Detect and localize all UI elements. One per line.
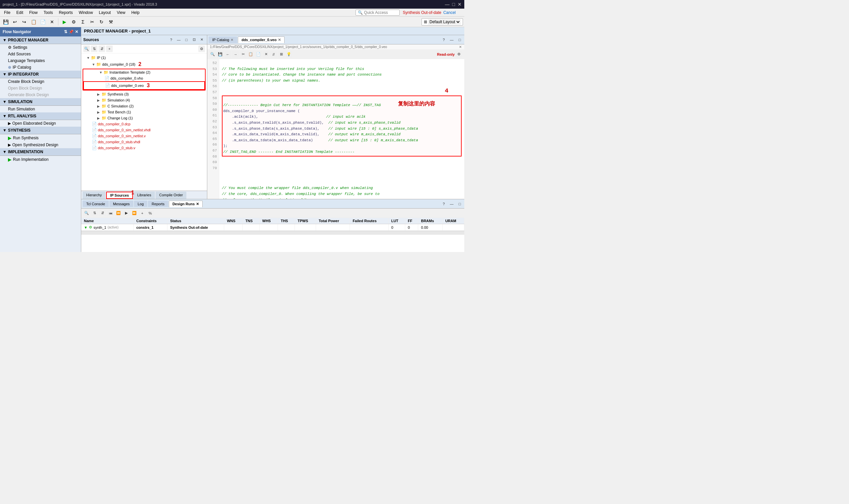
- tree-item-sim-netlist-v[interactable]: 📄 dds_compiler_0_sim_netlist.v: [81, 133, 207, 139]
- redo-button[interactable]: ↪: [20, 18, 29, 26]
- nav-section-synthesis-header[interactable]: ▼ SYNTHESIS: [0, 127, 81, 134]
- sources-search-btn[interactable]: 🔍: [83, 46, 90, 52]
- bottom-tab-messages[interactable]: Messages: [109, 201, 133, 207]
- nav-item-language-templates[interactable]: Language Templates: [0, 57, 81, 64]
- layout-select-box[interactable]: ⊞ Default Layout: [421, 18, 463, 25]
- editor-block-btn[interactable]: ⊞: [278, 51, 285, 58]
- tools2-button[interactable]: ⚒: [106, 18, 115, 26]
- bottom-tab-reports[interactable]: Reports: [148, 201, 168, 207]
- nav-item-add-sources[interactable]: Add Sources: [0, 51, 81, 57]
- editor-light-btn[interactable]: 💡: [286, 51, 292, 58]
- dr-add-btn[interactable]: +: [139, 210, 146, 217]
- editor-tab-ip-catalog-close[interactable]: ✕: [231, 38, 234, 42]
- bottom-help-btn[interactable]: ?: [440, 201, 447, 207]
- editor-copy-btn[interactable]: 📋: [248, 51, 254, 58]
- window-controls[interactable]: — □ ✕: [445, 2, 462, 7]
- editor-comment-btn[interactable]: //: [270, 51, 277, 58]
- cut-button[interactable]: ✂: [88, 18, 96, 26]
- menu-file[interactable]: File: [1, 10, 13, 16]
- tree-item-csimulation[interactable]: ▶ 📁 C Simulation (2): [81, 103, 207, 109]
- editor-tab-ip-catalog[interactable]: IP Catalog ✕: [209, 36, 237, 43]
- tree-item-veo[interactable]: 📄 dds_compiler_0.veo 3: [83, 81, 205, 90]
- menu-view[interactable]: View: [114, 10, 128, 16]
- code-content[interactable]: // The following must be inserted into y…: [219, 59, 464, 199]
- tree-item-vho[interactable]: 📄 dds_compiler_0.vho: [83, 75, 205, 81]
- menu-edit[interactable]: Edit: [14, 10, 26, 16]
- dr-prev-btn[interactable]: ⏪: [115, 210, 122, 217]
- editor-help-btn[interactable]: ?: [440, 36, 447, 43]
- nav-pin-icon[interactable]: 📌: [69, 30, 74, 34]
- nav-section-ip-integrator-header[interactable]: ▼ IP INTEGRATOR: [0, 71, 81, 78]
- copy-button[interactable]: 📋: [29, 18, 38, 26]
- menu-help[interactable]: Help: [129, 10, 142, 16]
- menu-flow[interactable]: Flow: [26, 10, 40, 16]
- horizontal-scrollbar[interactable]: [81, 231, 464, 235]
- editor-cut-btn[interactable]: ✂: [240, 51, 247, 58]
- nav-item-open-synthesized[interactable]: ▶ Open Synthesized Design: [0, 142, 81, 148]
- tree-item-dds-compiler[interactable]: ▼ 📁 dds_compiler_0 (18) 2: [81, 61, 207, 68]
- sources-tab-ip-sources[interactable]: IP Sources 1: [106, 192, 133, 199]
- table-row[interactable]: ▼ ⚙ synth_1 (active) constrs_1 Synthesis…: [81, 224, 464, 231]
- tree-item-stub-v[interactable]: 📄 dds_compiler_0_stub.v: [81, 145, 207, 151]
- sources-settings-btn[interactable]: ⚙: [198, 46, 205, 52]
- nav-item-open-elaborated[interactable]: ▶ Open Elaborated Design: [0, 120, 81, 127]
- undo-button[interactable]: ↩: [11, 18, 19, 26]
- editor-search-btn[interactable]: 🔍: [209, 51, 216, 58]
- sum-button[interactable]: Σ: [78, 18, 87, 26]
- sources-expand-btn[interactable]: ⊡: [191, 36, 197, 43]
- sources-tab-compile-order[interactable]: Compile Order: [156, 192, 187, 199]
- dr-expand-btn[interactable]: ⇵: [99, 210, 106, 217]
- tree-item-stub-vhdl[interactable]: 📄 dds_compiler_0_stub.vhdl: [81, 139, 207, 145]
- nav-section-project-manager-header[interactable]: ▼ PROJECT MANAGER: [0, 36, 81, 44]
- tree-item-ip[interactable]: ▼ 📁 IP (1): [81, 55, 207, 61]
- bottom-minimize-btn[interactable]: —: [448, 201, 455, 207]
- editor-maximize-btn[interactable]: □: [456, 36, 463, 43]
- sources-expand-all-btn[interactable]: ⇵: [98, 46, 105, 52]
- run-button[interactable]: ▶: [60, 18, 69, 26]
- editor-settings-btn[interactable]: ⚙: [456, 51, 462, 58]
- nav-item-create-block-design[interactable]: Create Block Design: [0, 78, 81, 85]
- editor-save-btn[interactable]: 💾: [217, 51, 223, 58]
- sources-add-btn[interactable]: +: [106, 46, 113, 52]
- dr-percent-btn[interactable]: %: [147, 210, 153, 217]
- delete-button[interactable]: ✕: [48, 18, 56, 26]
- dr-run-btn[interactable]: ▶: [123, 210, 130, 217]
- nav-section-impl-header[interactable]: ▼ IMPLEMENTATION: [0, 148, 81, 156]
- tree-item-simulation[interactable]: ▶ 📁 Simulation (4): [81, 97, 207, 103]
- nav-item-run-synthesis[interactable]: ▶ Run Synthesis: [0, 134, 81, 142]
- editor-paste-btn[interactable]: 📄: [255, 51, 262, 58]
- editor-tab-veo-close[interactable]: ✕: [278, 38, 281, 42]
- paste-button[interactable]: 📄: [38, 18, 47, 26]
- menu-window[interactable]: Window: [76, 10, 95, 16]
- nav-close-icon[interactable]: ✕: [75, 30, 78, 34]
- menu-tools[interactable]: Tools: [41, 10, 55, 16]
- nav-item-run-implementation[interactable]: ▶ Run Implementation: [0, 156, 81, 163]
- settings-button[interactable]: ⚙: [69, 18, 78, 26]
- maximize-button[interactable]: □: [452, 2, 455, 7]
- close-button[interactable]: ✕: [458, 2, 462, 7]
- sources-tab-hierarchy[interactable]: Hierarchy: [83, 192, 106, 199]
- sources-tab-libraries[interactable]: Libraries: [134, 192, 155, 199]
- editor-forward-btn[interactable]: →: [232, 51, 239, 58]
- quickaccess-input[interactable]: [364, 10, 397, 15]
- filepath-close[interactable]: ✕: [459, 45, 462, 49]
- minimize-button[interactable]: —: [445, 2, 450, 7]
- nav-section-rtl-header[interactable]: ▼ RTL ANALYSIS: [0, 112, 81, 120]
- refresh-button[interactable]: ↻: [97, 18, 106, 26]
- sources-help-btn[interactable]: ?: [168, 36, 175, 43]
- tree-item-dcp[interactable]: 📄 dds_compiler_0.dcp: [81, 121, 207, 127]
- dr-search-btn[interactable]: 🔍: [83, 210, 90, 217]
- bottom-maximize-btn[interactable]: □: [456, 201, 463, 207]
- dr-next-btn[interactable]: ⏩: [131, 210, 138, 217]
- menu-layout[interactable]: Layout: [96, 10, 113, 16]
- tree-item-changelog[interactable]: ▶ 📁 Change Log (1): [81, 115, 207, 121]
- editor-back-btn[interactable]: ←: [224, 51, 231, 58]
- editor-tab-veo[interactable]: dds_compiler_0.veo ✕: [238, 36, 285, 43]
- editor-minimize-btn[interactable]: —: [448, 36, 455, 43]
- bottom-tab-tcl[interactable]: Tcl Console: [83, 201, 109, 207]
- cancel-button[interactable]: Cancel: [444, 10, 456, 15]
- dr-first-btn[interactable]: ⏮: [107, 210, 114, 217]
- bottom-tab-log[interactable]: Log: [134, 201, 147, 207]
- save-button[interactable]: 💾: [1, 18, 10, 26]
- bottom-tab-design-runs-close[interactable]: ✕: [196, 202, 199, 206]
